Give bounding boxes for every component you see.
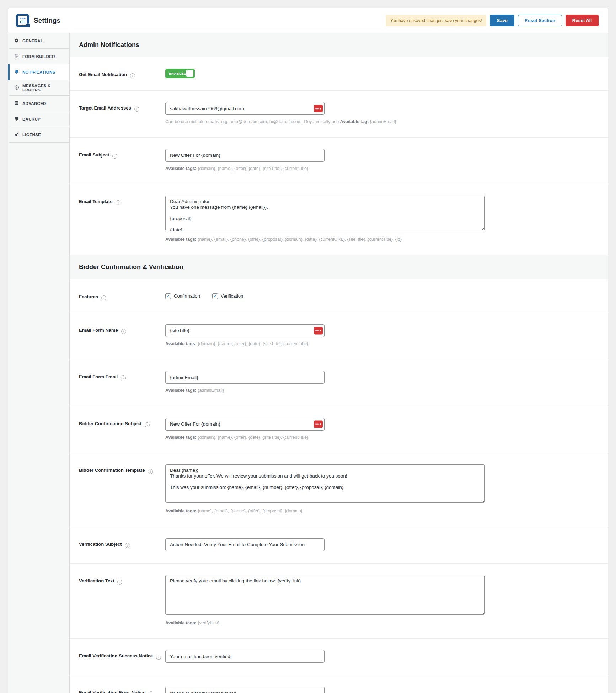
checkbox-label: Confirmation (174, 293, 200, 299)
page: www ✓ Settings You have unsaved changes,… (0, 0, 616, 693)
info-icon[interactable]: i (121, 329, 126, 334)
email-verification-success-notice-input[interactable] (165, 650, 325, 663)
gear-icon (14, 38, 19, 44)
field-label-text: Get Email Notification (79, 72, 127, 77)
field-help-text: Available tags: {domain}, {name}, {offer… (165, 435, 599, 441)
info-icon[interactable]: i (145, 422, 150, 427)
field-label-text: Email Subject (79, 152, 109, 158)
verification-checkbox[interactable]: ✓ Verification (212, 293, 243, 299)
info-icon[interactable]: i (149, 691, 154, 693)
info-icon[interactable]: i (134, 107, 139, 112)
toggle-knob (186, 70, 193, 77)
field-row-bidder-confirmation-subject: Bidder Confirmation Subjecti ●●● Availab… (70, 406, 608, 453)
field-label: Target Email Addressesi (79, 102, 165, 125)
field-row-email-verification-success-notice: Email Verification Success Noticei (70, 639, 608, 675)
field-help-text: Available tags: {verifyLink} (165, 620, 599, 627)
field-row-email-form-name: Email Form Namei ●●● Available tags: {do… (70, 313, 608, 360)
field-help-text: Available tags: {domain}, {name}, {offer… (165, 341, 599, 347)
field-label: Email Templatei (79, 196, 165, 243)
sidebar-item-backup[interactable]: BACKUP (8, 111, 69, 127)
email-subject-input[interactable] (165, 149, 325, 162)
sidebar-item-messages-errors[interactable]: MESSAGES & ERRORS (8, 80, 69, 96)
verification-subject-input[interactable] (165, 538, 325, 551)
info-icon[interactable]: i (116, 200, 120, 205)
field-label-text: Email Form Email (79, 374, 118, 379)
email-verification-error-notice-input[interactable] (165, 687, 325, 693)
check-circle-icon (14, 85, 19, 91)
settings-sidebar: GENERAL FORM BUILDER NOTIFICATIONS MESSA… (8, 33, 70, 693)
section-title-admin-notifications: Admin Notifications (70, 33, 608, 57)
email-template-textarea[interactable]: Dear Administrator, You have one message… (165, 196, 485, 231)
field-help-text: Can be use multiple emails: e.g., info@d… (165, 119, 599, 125)
field-help-text: Available tags: {name}, {email}, {phone}… (165, 236, 599, 243)
sidebar-item-label: MESSAGES & ERRORS (22, 84, 65, 92)
field-label-text: Email Form Name (79, 327, 118, 333)
checkbox-checked-icon: ✓ (212, 293, 218, 299)
tags-picker-button[interactable]: ●●● (314, 327, 323, 334)
info-icon[interactable]: i (130, 73, 135, 78)
sidebar-item-advanced[interactable]: ADVANCED (8, 96, 69, 111)
section-title-bidder-confirmation: Bidder Confirmation & Verification (70, 255, 608, 279)
field-label-text: Features (79, 294, 98, 299)
field-label: Get Email Notificationi (79, 69, 165, 78)
sidebar-item-notifications[interactable]: NOTIFICATIONS (8, 64, 69, 80)
info-icon[interactable]: i (112, 154, 117, 159)
database-icon (14, 101, 19, 106)
email-form-email-input[interactable] (165, 371, 325, 384)
field-label-text: Verification Subject (79, 542, 122, 547)
field-label-text: Bidder Confirmation Subject (79, 421, 141, 426)
toggle-state-label: ENABLED (165, 71, 186, 75)
info-icon[interactable]: i (101, 295, 106, 300)
reset-section-button[interactable]: Reset Section (518, 15, 562, 26)
get-email-notification-toggle[interactable]: ENABLED (165, 69, 195, 78)
confirmation-checkbox[interactable]: ✓ Confirmation (165, 293, 200, 299)
field-row-get-email-notification: Get Email Notificationi ENABLED (70, 57, 608, 91)
field-label: Featuresi (79, 291, 165, 300)
email-form-name-input[interactable] (165, 324, 325, 337)
checkbox-checked-icon: ✓ (165, 293, 171, 299)
sidebar-item-label: LICENSE (22, 133, 41, 137)
settings-content: Admin Notifications Get Email Notificati… (70, 33, 608, 693)
sidebar-item-form-builder[interactable]: FORM BUILDER (8, 49, 69, 64)
logo-check-icon: ✓ (26, 23, 30, 28)
field-label: Verification Subjecti (79, 538, 165, 551)
info-icon[interactable]: i (117, 580, 122, 585)
field-label-text: Bidder Confirmation Template (79, 468, 145, 473)
info-icon[interactable]: i (148, 469, 153, 474)
target-email-addresses-input[interactable] (165, 102, 325, 115)
field-label: Bidder Confirmation Templatei (79, 464, 165, 515)
sidebar-item-license[interactable]: LICENSE (8, 127, 69, 143)
tags-picker-button[interactable]: ●●● (314, 420, 323, 428)
field-label-text: Target Email Addresses (79, 105, 131, 111)
plugin-logo-icon: www ✓ (16, 14, 29, 27)
info-icon[interactable]: i (125, 543, 130, 548)
field-label: Bidder Confirmation Subjecti (79, 418, 165, 441)
bidder-confirmation-subject-input[interactable] (165, 418, 325, 431)
info-icon[interactable]: i (156, 655, 161, 660)
field-label: Verification Texti (79, 575, 165, 627)
field-row-email-verification-error-notice: Email Verification Error Noticei (70, 675, 608, 693)
field-help-text: Available tags: {adminEmail} (165, 388, 599, 394)
form-icon (14, 54, 19, 59)
sidebar-item-label: GENERAL (22, 39, 43, 43)
sidebar-item-label: ADVANCED (22, 101, 46, 106)
field-label: Email Verification Success Noticei (79, 650, 165, 663)
field-help-text: Available tags: {domain}, {name}, {offer… (165, 166, 599, 172)
sidebar-item-general[interactable]: GENERAL (8, 33, 69, 49)
bidder-confirmation-template-textarea[interactable]: Dear {name}; Thanks for your offer. We w… (165, 464, 485, 503)
field-row-email-form-email: Email Form Emaili Available tags: {admin… (70, 359, 608, 406)
tags-picker-button[interactable]: ●●● (314, 105, 323, 112)
reset-all-button[interactable]: Reset All (566, 15, 599, 26)
info-icon[interactable]: i (121, 375, 126, 380)
verification-text-textarea[interactable]: Please verify your email by clicking the… (165, 575, 485, 615)
header: www ✓ Settings You have unsaved changes,… (8, 8, 608, 33)
settings-card: www ✓ Settings You have unsaved changes,… (8, 8, 608, 693)
save-button[interactable]: Save (490, 15, 514, 26)
bell-icon (14, 69, 19, 75)
field-help-text: Available tags: {name}, {email}, {phone}… (165, 508, 599, 515)
field-label: Email Form Emaili (79, 371, 165, 394)
logo-grid (20, 21, 25, 23)
sidebar-item-label: NOTIFICATIONS (22, 70, 55, 74)
field-row-features: Featuresi ✓ Confirmation ✓ Verification (70, 279, 608, 313)
field-label: Email Form Namei (79, 324, 165, 347)
